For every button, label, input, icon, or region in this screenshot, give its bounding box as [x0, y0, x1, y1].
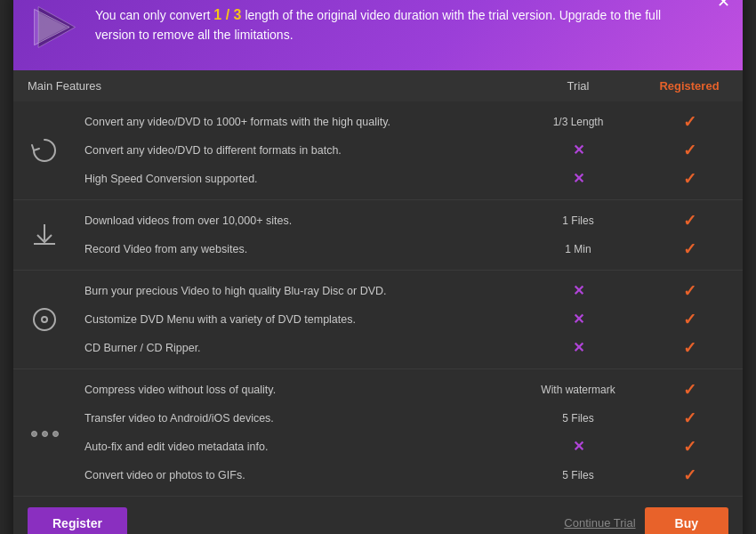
trial-value: 1 Min — [520, 235, 636, 270]
cross-icon: ✕ — [573, 171, 584, 186]
table-row: Convert any video/DVD to different forma… — [13, 136, 743, 165]
registered-value: ✓ — [636, 271, 743, 305]
feature-description: Convert video or photos to GIFs. — [76, 461, 520, 496]
check-icon: ✓ — [683, 170, 696, 188]
table-row: Transfer video to Android/iOS devices.5 … — [13, 404, 743, 433]
registered-value: ✓ — [636, 404, 743, 433]
feature-description: Auto-fix and edit video metadata info. — [76, 433, 520, 461]
table-row: Compress video without loss of quality.W… — [13, 369, 743, 404]
cross-icon: ✕ — [573, 283, 584, 298]
table-row: Auto-fix and edit video metadata info.✕✓ — [13, 433, 743, 461]
table-row: Convert video or photos to GIFs.5 Files✓ — [13, 461, 743, 496]
trial-value: 5 Files — [520, 404, 636, 433]
footer-section: Register Continue Trial Buy — [13, 496, 743, 535]
table-row: Convert any video/DVD to 1000+ formats w… — [13, 101, 743, 136]
registered-value: ✓ — [636, 305, 743, 334]
trial-value: ✕ — [520, 305, 636, 334]
feature-description: Compress video without loss of quality. — [76, 369, 520, 404]
trial-value: 1/3 Length — [520, 101, 636, 136]
header-message: You can only convert 1 / 3 length of the… — [95, 1, 698, 44]
cross-icon: ✕ — [573, 340, 584, 355]
cross-icon: ✕ — [573, 439, 584, 454]
check-icon: ✓ — [683, 409, 696, 427]
check-icon: ✓ — [683, 466, 696, 484]
feature-description: Record Video from any websites. — [76, 235, 520, 270]
registered-value: ✓ — [636, 200, 743, 235]
registered-value: ✓ — [636, 433, 743, 461]
registered-value: ✓ — [636, 334, 743, 368]
cross-icon: ✕ — [573, 142, 584, 158]
check-icon: ✓ — [683, 240, 696, 258]
check-icon: ✓ — [683, 142, 696, 159]
icon-more — [13, 369, 76, 496]
table-row: CD Burner / CD Ripper.✕✓ — [13, 334, 743, 368]
trial-value: ✕ — [520, 165, 636, 199]
trial-value: ✕ — [520, 271, 636, 305]
trial-value: ✕ — [520, 334, 636, 368]
check-icon: ✓ — [683, 311, 696, 328]
check-icon: ✓ — [683, 339, 696, 357]
header-section: You can only convert 1 / 3 length of the… — [13, 0, 743, 70]
svg-point-5 — [42, 317, 47, 322]
registered-value: ✓ — [636, 235, 743, 270]
check-icon: ✓ — [683, 113, 696, 131]
icon-convert — [13, 101, 76, 199]
feature-description: Download videos from over 10,000+ sites. — [76, 200, 520, 235]
table-header: Main Features Trial Registered — [13, 70, 743, 101]
feature-description: Convert any video/DVD to 1000+ formats w… — [76, 101, 520, 136]
close-button[interactable]: ✕ — [717, 0, 730, 10]
feature-description: Customize DVD Menu with a variety of DVD… — [76, 305, 520, 334]
check-icon: ✓ — [683, 282, 696, 300]
col-features-header: Main Features — [13, 70, 520, 101]
cross-icon: ✕ — [573, 312, 584, 327]
check-icon: ✓ — [683, 212, 696, 230]
table-row: High Speed Conversion supported.✕✓ — [13, 165, 743, 199]
check-icon: ✓ — [683, 438, 696, 456]
features-body: Convert any video/DVD to 1000+ formats w… — [13, 101, 743, 496]
fraction-text: 1 / 3 — [213, 7, 241, 22]
col-registered-header: Registered — [636, 70, 743, 101]
table-row: Customize DVD Menu with a variety of DVD… — [13, 305, 743, 334]
table-row: Record Video from any websites.1 Min✓ — [13, 235, 743, 270]
features-table: Main Features Trial Registered Convert a… — [13, 70, 743, 496]
continue-trial-button[interactable]: Continue Trial — [564, 516, 635, 530]
trial-value: ✕ — [520, 136, 636, 165]
trial-value: 5 Files — [520, 461, 636, 496]
trial-value: 1 Files — [520, 200, 636, 235]
register-button[interactable]: Register — [28, 507, 127, 535]
feature-description: Burn your precious Video to high quality… — [76, 271, 520, 305]
svg-point-4 — [34, 309, 55, 330]
trial-value: ✕ — [520, 433, 636, 461]
feature-description: Convert any video/DVD to different forma… — [76, 136, 520, 165]
icon-burn — [13, 271, 76, 368]
feature-description: High Speed Conversion supported. — [76, 165, 520, 199]
registered-value: ✓ — [636, 461, 743, 496]
table-row: Burn your precious Video to high quality… — [13, 271, 743, 305]
registered-value: ✓ — [636, 101, 743, 136]
registered-value: ✓ — [636, 165, 743, 199]
buy-button[interactable]: Buy — [645, 507, 728, 535]
col-trial-header: Trial — [520, 70, 636, 101]
trial-value: With watermark — [520, 369, 636, 404]
feature-description: Transfer video to Android/iOS devices. — [76, 404, 520, 433]
table-row: Download videos from over 10,000+ sites.… — [13, 200, 743, 235]
app-logo — [28, 1, 81, 54]
feature-description: CD Burner / CD Ripper. — [76, 334, 520, 368]
registered-value: ✓ — [636, 369, 743, 404]
main-dialog: You can only convert 1 / 3 length of the… — [13, 0, 743, 534]
icon-download — [13, 200, 76, 270]
check-icon: ✓ — [683, 381, 696, 399]
registered-value: ✓ — [636, 136, 743, 165]
message-before: You can only convert — [95, 8, 213, 22]
